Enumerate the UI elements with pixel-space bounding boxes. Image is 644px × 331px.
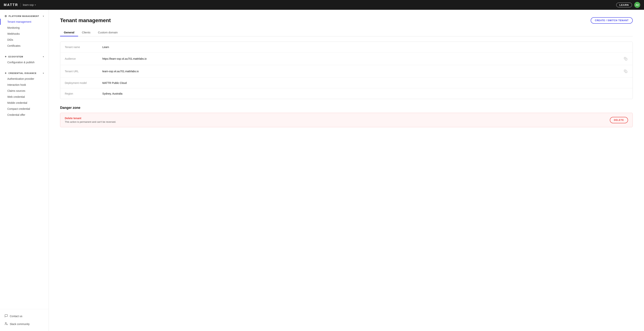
sidebar-item-dids[interactable]: DIDs (0, 37, 49, 43)
tab-custom-domain[interactable]: Custom domain (94, 29, 122, 36)
learn-button[interactable]: LEARN (616, 3, 632, 7)
sidebar-item-configuration-publish[interactable]: Configuration & publish (0, 59, 49, 65)
sidebar-item-interaction-hook[interactable]: Interaction hook (0, 82, 49, 88)
topnav: MATTR learn-ssp ▾ LEARN AV (0, 0, 644, 10)
info-row-region: Region Sydney, Australia (60, 88, 632, 99)
deployment-model-value: MATTR Public Cloud (102, 81, 628, 84)
contact-us-icon (4, 314, 8, 318)
deployment-model-label: Deployment model (65, 81, 102, 84)
create-switch-tenant-button[interactable]: CREATE / SWITCH TENANT (591, 17, 633, 24)
app-layout: ⚙ PLATFORM MANAGEMENT ▾ Tenant managemen… (0, 10, 644, 331)
slack-community-label: Slack community (10, 323, 30, 326)
main-content: Tenant management CREATE / SWITCH TENANT… (49, 10, 644, 331)
sidebar-platform-management-header[interactable]: ⚙ PLATFORM MANAGEMENT ▾ (0, 13, 49, 19)
svg-point-1 (6, 324, 8, 325)
sidebar-item-monitoring[interactable]: Monitoring (0, 25, 49, 31)
info-row-audience: Audience https://learn-ssp.vii.au701.mat… (60, 52, 632, 65)
sidebar-item-compact-credential[interactable]: Compact credential (0, 106, 49, 112)
tab-general[interactable]: General (60, 29, 78, 36)
ecosystem-icon: ✦ (4, 55, 7, 58)
audience-copy-button[interactable] (623, 56, 628, 61)
tenant-name-label: Tenant name (65, 46, 102, 49)
danger-zone-section: Danger zone Delete tenant This action is… (60, 106, 633, 127)
topnav-left: MATTR learn-ssp ▾ (4, 3, 36, 7)
info-row-deployment-model: Deployment model MATTR Public Cloud (60, 78, 632, 88)
gear-icon: ⚙ (4, 15, 7, 18)
sidebar-item-webhooks[interactable]: Webhooks (0, 31, 49, 37)
sidebar-item-authentication-provider[interactable]: Authentication provider (0, 76, 49, 82)
credential-chevron-icon: ▾ (43, 72, 44, 74)
mattr-logo: MATTR (4, 3, 18, 7)
tenant-url-value: learn-ssp.vii.au701.mattrlabs.io (102, 70, 623, 73)
sidebar-item-slack-community[interactable]: Slack community (0, 320, 49, 328)
sidebar-item-credential-offer[interactable]: Credential offer (0, 112, 49, 118)
contact-us-label: Contact us (10, 315, 22, 318)
tenant-name: learn-ssp (23, 3, 34, 6)
sidebar-item-tenant-management[interactable]: Tenant management (0, 19, 49, 25)
danger-zone-card: Delete tenant This action is permanent a… (60, 113, 633, 127)
platform-management-label: PLATFORM MANAGEMENT (9, 15, 39, 17)
page-title: Tenant management (60, 17, 111, 23)
chevron-down-icon: ▾ (35, 4, 36, 6)
region-label: Region (65, 92, 102, 95)
tenant-url-label: Tenant URL (65, 70, 102, 73)
info-row-tenant-name: Tenant name Learn (60, 42, 632, 52)
danger-zone-text: Delete tenant This action is permanent a… (65, 117, 116, 123)
page-header: Tenant management CREATE / SWITCH TENANT (60, 17, 633, 24)
tenant-selector[interactable]: learn-ssp ▾ (23, 3, 36, 6)
tenant-url-copy-button[interactable] (623, 69, 628, 74)
tenant-info-card: Tenant name Learn Audience https://learn… (60, 42, 633, 99)
delete-tenant-desc: This action is permanent and can't be re… (65, 120, 116, 123)
sidebar-item-contact-us[interactable]: Contact us (0, 312, 49, 320)
topnav-right: LEARN AV (616, 2, 640, 8)
sidebar-credential-issuance-header[interactable]: ✦ CREDENTIAL ISSUANCE ▾ (0, 70, 49, 76)
avatar[interactable]: AV (634, 2, 640, 8)
nav-divider (20, 3, 21, 7)
sidebar-section-ecosystem: ✦ ECOSYSTEM ▾ Configuration & publish (0, 50, 49, 67)
tab-clients[interactable]: Clients (78, 29, 94, 36)
sidebar-ecosystem-header[interactable]: ✦ ECOSYSTEM ▾ (0, 54, 49, 59)
credential-icon: ✦ (4, 72, 7, 75)
tabs: General Clients Custom domain (60, 29, 633, 36)
audience-label: Audience (65, 57, 102, 60)
sidebar-section-platform: ⚙ PLATFORM MANAGEMENT ▾ Tenant managemen… (0, 10, 49, 50)
audience-value: https://learn-ssp.vii.au701.mattrlabs.io (102, 57, 623, 60)
sidebar-bottom: Contact us Slack community (0, 309, 49, 331)
info-row-tenant-url: Tenant URL learn-ssp.vii.au701.mattrlabs… (60, 65, 632, 78)
sidebar: ⚙ PLATFORM MANAGEMENT ▾ Tenant managemen… (0, 10, 49, 331)
ecosystem-label: ECOSYSTEM (8, 55, 23, 58)
tenant-name-value: Learn (102, 46, 628, 49)
credential-issuance-label: CREDENTIAL ISSUANCE (8, 72, 36, 74)
sidebar-item-certificates[interactable]: Certificates (0, 43, 49, 49)
svg-rect-3 (625, 71, 627, 73)
delete-tenant-button[interactable]: DELETE (610, 117, 628, 123)
sidebar-section-credential-issuance: ✦ CREDENTIAL ISSUANCE ▾ Authentication p… (0, 67, 49, 119)
svg-point-0 (5, 322, 6, 324)
region-value: Sydney, Australia (102, 92, 628, 95)
svg-rect-2 (625, 58, 627, 60)
danger-zone-title: Danger zone (60, 106, 633, 110)
sidebar-item-web-credential[interactable]: Web credential (0, 94, 49, 100)
slack-community-icon (4, 322, 8, 326)
sidebar-item-claims-sources[interactable]: Claims sources (0, 88, 49, 94)
sidebar-item-mobile-credential[interactable]: Mobile credential (0, 100, 49, 106)
ecosystem-chevron-icon: ▾ (43, 55, 44, 58)
delete-tenant-title: Delete tenant (65, 117, 116, 120)
chevron-icon: ▾ (43, 15, 44, 17)
